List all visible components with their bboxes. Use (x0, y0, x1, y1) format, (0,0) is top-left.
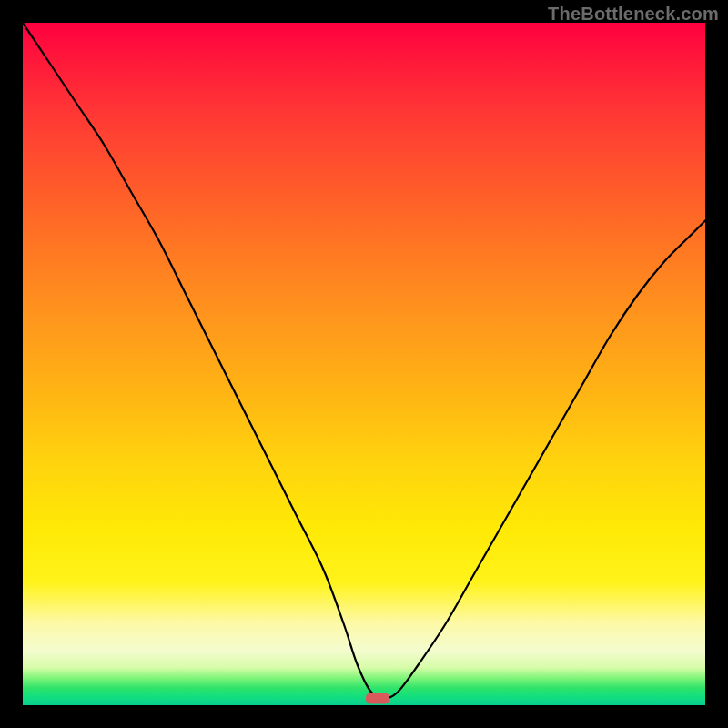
optimum-marker (366, 693, 389, 704)
plot-area (23, 23, 705, 705)
bottleneck-curve (23, 23, 705, 699)
watermark-text: TheBottleneck.com (548, 4, 719, 25)
curve-svg (23, 23, 705, 705)
chart-stage: TheBottleneck.com (0, 0, 728, 728)
